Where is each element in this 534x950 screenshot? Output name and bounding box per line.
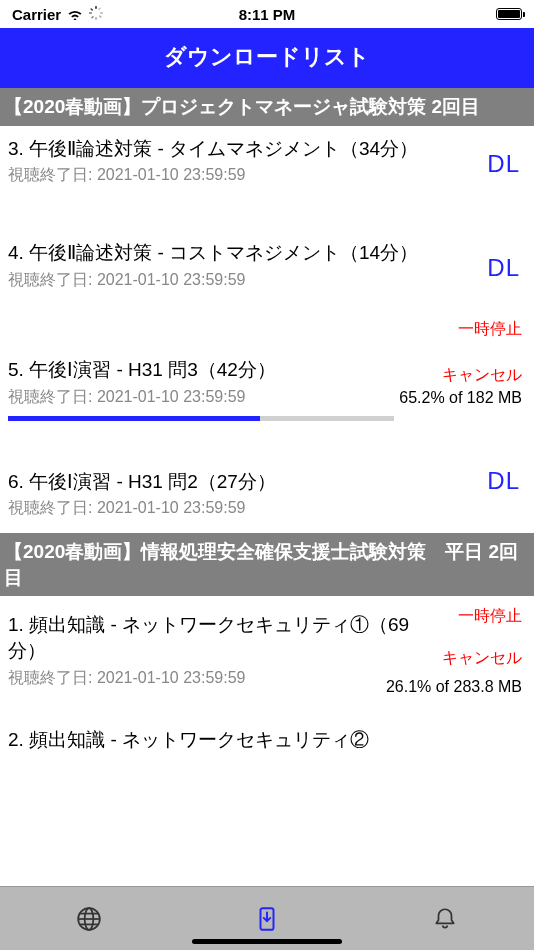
item-title: 3. 午後Ⅱ論述対策 - タイムマネジメント（34分） xyxy=(8,136,526,162)
svg-rect-1 xyxy=(96,17,97,20)
battery-icon xyxy=(496,8,522,20)
list-item[interactable]: 一時停止 5. 午後Ⅰ演習 - H31 問3（42分） 視聴終了日: 2021-… xyxy=(0,329,534,431)
cancel-button[interactable]: キャンセル xyxy=(442,648,522,669)
pause-button[interactable]: 一時停止 xyxy=(458,606,522,627)
item-title: 6. 午後Ⅰ演習 - H31 問2（27分） xyxy=(8,469,526,495)
status-bar: Carrier 8:11 PM xyxy=(0,0,534,28)
item-expiry: 視聴終了日: 2021-01-10 23:59:59 xyxy=(8,270,526,291)
list-item[interactable]: 4. 午後Ⅱ論述対策 - コストマネジメント（14分） 視聴終了日: 2021-… xyxy=(0,230,534,305)
progress-text: 65.2% of 182 MB xyxy=(399,389,522,407)
item-expiry: 視聴終了日: 2021-01-10 23:59:59 xyxy=(8,165,526,186)
svg-rect-6 xyxy=(98,7,101,10)
tab-notifications[interactable] xyxy=(356,887,534,950)
section-header: 【2020春動画】プロジェクトマネージャ試験対策 2回目 xyxy=(0,88,534,126)
globe-icon xyxy=(76,906,102,932)
svg-rect-2 xyxy=(89,12,92,13)
progress-fill xyxy=(8,416,260,421)
item-title: 4. 午後Ⅱ論述対策 - コストマネジメント（14分） xyxy=(8,240,526,266)
download-device-icon xyxy=(254,906,280,932)
content-scroll[interactable]: 【2020春動画】プロジェクトマネージャ試験対策 2回目 3. 午後Ⅱ論述対策 … xyxy=(0,88,534,918)
progress-text: 26.1% of 283.8 MB xyxy=(386,678,522,696)
app-header: ダウンロードリスト xyxy=(0,28,534,88)
svg-rect-7 xyxy=(91,15,94,18)
download-button[interactable]: DL xyxy=(487,254,520,282)
bell-icon xyxy=(432,906,458,932)
download-button[interactable]: DL xyxy=(487,150,520,178)
svg-rect-0 xyxy=(96,6,97,9)
loading-icon xyxy=(89,6,103,23)
carrier-label: Carrier xyxy=(12,6,61,23)
section-header: 【2020春動画】情報処理安全確保支援士試験対策 平日 2回目 xyxy=(0,533,534,596)
download-button[interactable]: DL xyxy=(487,467,520,495)
cancel-button[interactable]: キャンセル xyxy=(442,365,522,386)
list-item[interactable]: 一時停止 1. 頻出知識 - ネットワークセキュリティ①（69分） 視聴終了日:… xyxy=(0,608,534,696)
home-indicator xyxy=(192,939,342,944)
pause-button[interactable]: 一時停止 xyxy=(458,319,522,340)
list-item[interactable]: 3. 午後Ⅱ論述対策 - タイムマネジメント（34分） 視聴終了日: 2021-… xyxy=(0,126,534,201)
status-left: Carrier xyxy=(12,6,103,23)
wifi-icon xyxy=(67,6,83,23)
list-item[interactable]: 6. 午後Ⅰ演習 - H31 問2（27分） 視聴終了日: 2021-01-10… xyxy=(0,459,534,534)
item-title: 2. 頻出知識 - ネットワークセキュリティ② xyxy=(8,727,526,753)
tab-web[interactable] xyxy=(0,887,178,950)
svg-rect-3 xyxy=(100,12,103,13)
progress-bar xyxy=(8,416,394,421)
page-title: ダウンロードリスト xyxy=(164,44,370,69)
item-expiry: 視聴終了日: 2021-01-10 23:59:59 xyxy=(8,498,526,519)
svg-rect-5 xyxy=(99,14,102,17)
status-time: 8:11 PM xyxy=(239,6,296,23)
svg-rect-4 xyxy=(90,7,93,10)
list-item[interactable]: 2. 頻出知識 - ネットワークセキュリティ② xyxy=(0,717,534,767)
